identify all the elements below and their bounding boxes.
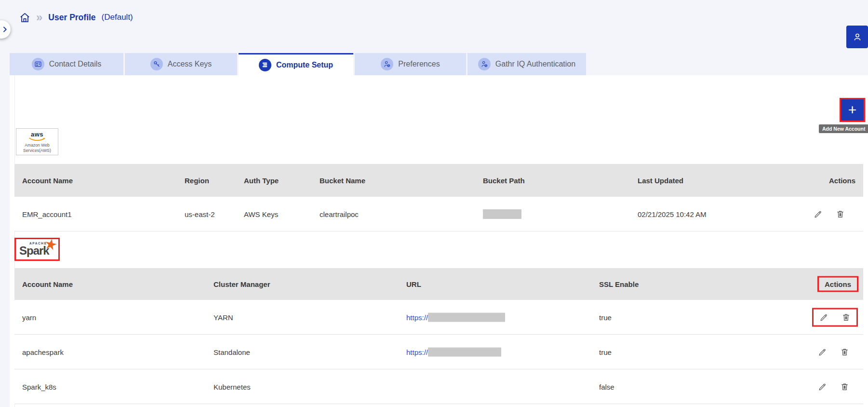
pencil-icon — [814, 209, 823, 218]
bucket-name-cell: cleartrailpoc — [320, 210, 359, 218]
trash-icon — [841, 312, 851, 322]
account-name-cell: apachespark — [22, 348, 64, 356]
edit-button[interactable] — [819, 312, 828, 322]
home-button[interactable] — [19, 12, 30, 23]
annotation-box-spark-logo: APACHE Spark ★ — [14, 238, 60, 261]
chevron-right-icon — [1, 26, 9, 33]
account-name-cell: yarn — [22, 313, 36, 321]
table-row: EMR_account1 us-east-2 AWS Keys cleartra… — [14, 197, 863, 231]
url-cell: https:// — [406, 347, 501, 356]
person-check-icon — [478, 58, 491, 70]
url-link[interactable]: https:// — [406, 313, 428, 321]
page-title: User Profile — [48, 13, 95, 23]
add-account-button[interactable]: + — [841, 99, 864, 121]
column-header: Account Name — [22, 280, 73, 288]
table-row: yarn YARN https:// true — [14, 300, 863, 335]
tab-gathr-iq-authentication[interactable]: Gathr IQ Authentication — [467, 53, 586, 75]
tab-preferences[interactable]: Preferences — [355, 53, 466, 75]
tab-access-keys[interactable]: Access Keys — [125, 53, 237, 75]
tab-label: Gathr IQ Authentication — [495, 60, 575, 68]
ssl-enable-cell: true — [599, 313, 612, 321]
cluster-manager-cell: Kubernetes — [214, 382, 251, 391]
plus-icon: + — [848, 102, 857, 118]
table-row: apachespark Standalone https:// true — [14, 335, 863, 369]
breadcrumb: » User Profile (Default) — [19, 12, 133, 23]
delete-button[interactable] — [841, 312, 851, 322]
edit-button[interactable] — [818, 347, 827, 356]
ssl-enable-cell: false — [599, 382, 614, 391]
pencil-icon — [818, 382, 827, 391]
column-header: Actions — [829, 176, 855, 185]
tab-label: Compute Setup — [276, 61, 333, 69]
row-actions — [814, 209, 845, 218]
redacted-text — [428, 347, 501, 356]
region-cell: us-east-2 — [185, 210, 215, 218]
spark-accounts-table: Account Name Cluster Manager URL SSL Ena… — [14, 268, 863, 404]
column-header: URL — [406, 280, 421, 288]
user-profile-button[interactable] — [846, 26, 868, 48]
annotation-box-add-button: + — [840, 98, 865, 122]
aws-accounts-table: Account Name Region Auth Type Bucket Nam… — [14, 164, 863, 231]
column-header: Bucket Name — [320, 176, 365, 185]
page-subtitle: (Default) — [102, 13, 133, 22]
user-icon — [852, 32, 863, 42]
url-link[interactable]: https:// — [406, 348, 428, 356]
account-name-cell: EMR_account1 — [22, 210, 72, 218]
auth-type-cell: AWS Keys — [244, 210, 278, 218]
sidebar-expand-button[interactable] — [0, 20, 11, 39]
row-actions — [818, 347, 849, 356]
compute-icon — [259, 59, 271, 71]
trash-icon — [836, 209, 845, 218]
account-name-cell: Spark_k8s — [22, 382, 56, 391]
key-icon — [150, 58, 163, 70]
edit-button[interactable] — [818, 382, 827, 391]
tab-label: Contact Details — [49, 60, 102, 68]
ssl-enable-cell: true — [599, 348, 612, 356]
delete-button[interactable] — [840, 347, 849, 356]
tab-label: Access Keys — [168, 60, 212, 68]
compute-setup-panel: + Add New Account aws Amazon Web Service… — [10, 75, 868, 407]
trash-icon — [840, 382, 849, 391]
annotation-box-row-actions — [812, 308, 858, 326]
add-account-tooltip: Add New Account — [819, 124, 868, 133]
spark-account-type-card[interactable]: APACHE Spark ★ — [16, 239, 58, 259]
delete-button[interactable] — [836, 209, 845, 218]
person-check-icon — [381, 58, 393, 70]
aws-smile-icon — [28, 137, 46, 141]
delete-button[interactable] — [840, 382, 849, 391]
tab-label: Preferences — [398, 60, 440, 68]
column-header: Cluster Manager — [214, 280, 270, 288]
home-icon — [19, 12, 30, 23]
annotation-box-actions-header: Actions — [817, 276, 858, 292]
pencil-icon — [818, 347, 827, 356]
aws-table-header: Account Name Region Auth Type Bucket Nam… — [14, 164, 863, 197]
bucket-path-cell — [483, 209, 521, 218]
pencil-icon — [819, 312, 828, 322]
cluster-manager-cell: YARN — [214, 313, 233, 321]
table-row: Spark_k8s Kubernetes false — [14, 369, 863, 404]
contact-card-icon — [32, 58, 44, 70]
row-actions — [818, 382, 849, 391]
edit-button[interactable] — [814, 209, 823, 218]
tab-contact-details[interactable]: Contact Details — [10, 53, 123, 75]
tab-compute-setup[interactable]: Compute Setup — [239, 53, 353, 75]
aws-account-type-card[interactable]: aws Amazon Web Services(AWS) — [16, 128, 58, 155]
page-background: » User Profile (Default) Contact Details — [0, 0, 868, 407]
column-header: Actions — [825, 280, 851, 288]
cluster-manager-cell: Standalone — [214, 348, 250, 356]
aws-logo: aws — [31, 131, 43, 137]
column-header: SSL Enable — [599, 280, 639, 288]
url-cell: https:// — [406, 312, 505, 322]
spark-table-header: Account Name Cluster Manager URL SSL Ena… — [14, 268, 863, 300]
column-header: Bucket Path — [483, 176, 525, 185]
last-updated-cell: 02/21/2025 10:42 AM — [638, 210, 707, 218]
column-header: Region — [185, 176, 209, 185]
column-header: Auth Type — [244, 176, 279, 185]
breadcrumb-separator-icon: » — [36, 12, 42, 23]
trash-icon — [840, 347, 849, 356]
aws-caption: Amazon Web Services(AWS) — [18, 143, 56, 153]
redacted-text — [428, 312, 505, 322]
redacted-text — [483, 209, 521, 219]
column-header: Account Name — [22, 176, 73, 185]
tab-bar: Contact Details Access Keys Compute Setu… — [10, 53, 586, 75]
